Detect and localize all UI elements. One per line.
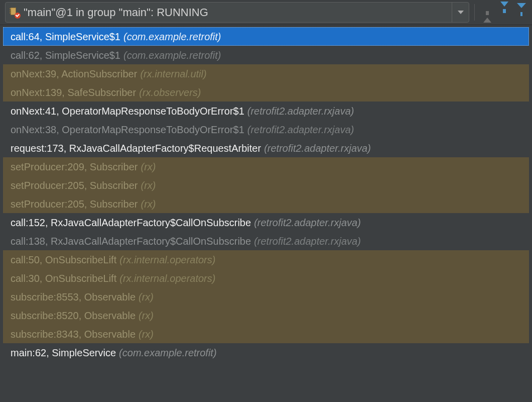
- stack-frame-package: (rx): [139, 325, 154, 343]
- stack-frame-location: onNext:41, OperatorMapResponseToBodyOrEr…: [11, 102, 244, 120]
- thread-selector-caret[interactable]: [452, 3, 469, 22]
- stack-frame-row[interactable]: subscribe:8343, Observable(rx): [3, 325, 529, 343]
- stack-frame-location: subscribe:8553, Observable: [11, 288, 136, 306]
- stack-frame-package: (rx): [141, 176, 156, 194]
- stack-frame-row[interactable]: setProducer:205, Subscriber(rx): [3, 176, 529, 194]
- stack-frame-location: call:50, OnSubscribeLift: [11, 251, 116, 269]
- stack-frame-location: onNext:39, ActionSubscriber: [11, 65, 137, 83]
- stack-frame-package: (retrofit2.adapter.rxjava): [264, 139, 371, 157]
- toolbar-separator: [474, 4, 475, 21]
- stack-frame-location: setProducer:205, Subscriber: [11, 195, 138, 213]
- stack-frame-location: call:138, RxJavaCallAdapterFactory$CallO…: [11, 232, 251, 250]
- stack-frame-row[interactable]: subscribe:8520, Observable(rx): [3, 306, 529, 325]
- stack-frame-location: call:64, SimpleService$1: [11, 28, 120, 46]
- stack-frame-row[interactable]: request:173, RxJavaCallAdapterFactory$Re…: [3, 139, 529, 157]
- stack-frame-row[interactable]: call:64, SimpleService$1(com.example.ret…: [3, 27, 529, 46]
- thread-breakpoint-icon: [10, 8, 20, 18]
- stack-frame-row[interactable]: onNext:41, OperatorMapResponseToBodyOrEr…: [3, 102, 529, 120]
- stack-frame-package: (retrofit2.adapter.rxjava): [247, 102, 354, 120]
- stack-frame-package: (rx): [141, 195, 156, 213]
- stack-frame-location: call:152, RxJavaCallAdapterFactory$CallO…: [11, 214, 251, 232]
- stack-frame-location: main:62, SimpleService: [11, 344, 116, 362]
- stack-frame-location: onNext:139, SafeSubscriber: [11, 83, 136, 102]
- stack-frame-row[interactable]: call:138, RxJavaCallAdapterFactory$CallO…: [3, 232, 529, 250]
- stack-frame-row[interactable]: setProducer:209, Subscriber(rx): [3, 157, 529, 176]
- previous-frame-button[interactable]: [480, 2, 495, 23]
- stack-frame-location: onNext:38, OperatorMapResponseToBodyOrEr…: [11, 121, 244, 139]
- stack-frame-location: subscribe:8343, Observable: [11, 325, 136, 343]
- stack-frame-package: (rx): [141, 158, 156, 176]
- stack-frame-location: setProducer:205, Subscriber: [11, 176, 138, 194]
- stack-frame-row[interactable]: call:50, OnSubscribeLift(rx.internal.ope…: [3, 250, 529, 269]
- arrow-up-icon: [483, 7, 491, 23]
- stack-frame-location: call:62, SimpleService$1: [11, 46, 120, 64]
- chevron-down-icon: [458, 11, 464, 14]
- stack-frame-location: request:173, RxJavaCallAdapterFactory$Re…: [11, 139, 261, 157]
- stack-frame-location: setProducer:209, Subscriber: [11, 158, 138, 176]
- stack-frame-row[interactable]: main:62, SimpleService(com.example.retro…: [3, 343, 529, 362]
- stack-frame-row[interactable]: setProducer:205, Subscriber(rx): [3, 194, 529, 213]
- stack-frame-package: (com.example.retrofit): [123, 46, 221, 64]
- stack-frame-package: (retrofit2.adapter.rxjava): [254, 214, 361, 232]
- stack-frame-row[interactable]: onNext:38, OperatorMapResponseToBodyOrEr…: [3, 120, 529, 139]
- stack-frame-row[interactable]: subscribe:8553, Observable(rx): [3, 287, 529, 306]
- stack-frame-package: (rx.internal.operators): [119, 251, 215, 269]
- stack-frame-package: (rx.internal.operators): [119, 269, 215, 287]
- stack-frame-location: call:30, OnSubscribeLift: [11, 269, 116, 287]
- stack-frame-package: (rx): [139, 307, 154, 325]
- stack-frame-package: (retrofit2.adapter.rxjava): [254, 232, 361, 250]
- stack-frame-row[interactable]: call:62, SimpleService$1(com.example.ret…: [3, 46, 529, 64]
- stack-frame-package: (rx.internal.util): [140, 65, 206, 83]
- stack-frame-row[interactable]: call:152, RxJavaCallAdapterFactory$CallO…: [3, 213, 529, 232]
- stack-frame-package: (com.example.retrofit): [119, 344, 217, 362]
- stack-frame-package: (com.example.retrofit): [123, 28, 221, 46]
- stack-frame-row[interactable]: onNext:139, SafeSubscriber(rx.observers): [3, 83, 529, 102]
- debugger-toolbar: "main"@1 in group "main": RUNNING: [0, 0, 532, 25]
- frames-list: call:64, SimpleService$1(com.example.ret…: [0, 25, 532, 402]
- funnel-icon: [517, 8, 526, 17]
- thread-title: "main"@1 in group "main": RUNNING: [20, 6, 452, 19]
- stack-frame-location: subscribe:8520, Observable: [11, 307, 136, 325]
- next-frame-button[interactable]: [497, 2, 512, 23]
- stack-frame-package: (retrofit2.adapter.rxjava): [247, 121, 354, 139]
- thread-selector[interactable]: "main"@1 in group "main": RUNNING: [5, 2, 469, 23]
- stack-frame-row[interactable]: onNext:39, ActionSubscriber(rx.internal.…: [3, 64, 529, 83]
- stack-frame-package: (rx): [139, 288, 154, 306]
- stack-frame-row[interactable]: call:30, OnSubscribeLift(rx.internal.ope…: [3, 269, 529, 287]
- filter-frames-button[interactable]: [514, 2, 529, 23]
- stack-frame-package: (rx.observers): [139, 83, 201, 102]
- arrow-down-icon: [500, 2, 508, 18]
